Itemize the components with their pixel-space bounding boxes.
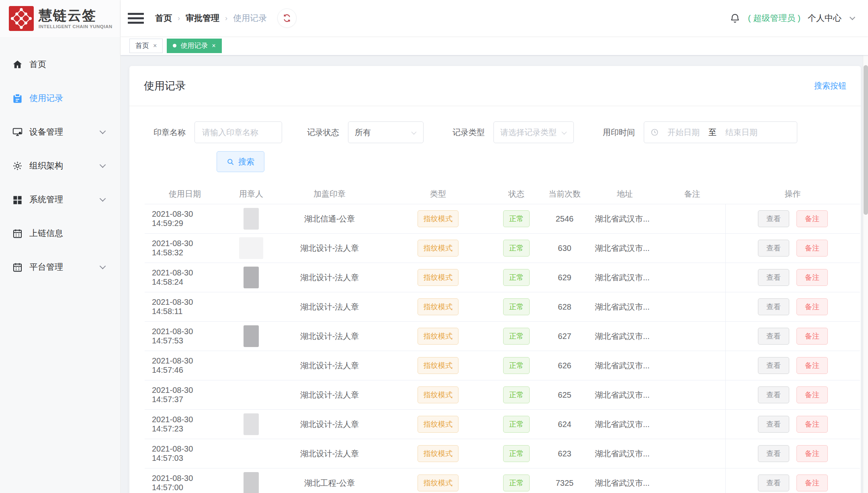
sidebar-item-system-management[interactable]: 系统管理 bbox=[0, 188, 120, 211]
type-badge: 指纹模式 bbox=[418, 210, 459, 227]
cell-seal-user bbox=[225, 264, 277, 291]
sidebar-item-label: 设备管理 bbox=[29, 126, 63, 138]
type-badge: 指纹模式 bbox=[418, 357, 459, 374]
sidebar-item-home[interactable]: 首页 bbox=[0, 53, 120, 76]
seal-time-label: 用印时间 bbox=[603, 127, 635, 138]
sidebar-item-device-management[interactable]: 设备管理 bbox=[0, 121, 120, 143]
remark-button[interactable]: 备注 bbox=[796, 357, 828, 374]
view-button[interactable]: 查看 bbox=[758, 298, 789, 315]
search-toggle-link[interactable]: 搜索按钮 bbox=[814, 80, 846, 91]
view-button[interactable]: 查看 bbox=[758, 240, 789, 257]
view-button[interactable]: 查看 bbox=[758, 269, 789, 286]
cell-actions: 查看 备注 bbox=[725, 351, 860, 380]
breadcrumb-separator-icon: › bbox=[178, 14, 180, 23]
cell-status: 正常 bbox=[494, 325, 538, 347]
home-icon bbox=[12, 59, 23, 70]
brand-text: 慧链云签 INTELLIGENT CHAIN YUNQIAN bbox=[39, 8, 113, 29]
cell-type: 指纹模式 bbox=[382, 296, 494, 318]
start-date-placeholder: 开始日期 bbox=[667, 127, 700, 138]
chevron-down-icon[interactable] bbox=[850, 14, 855, 20]
search-button[interactable]: 搜索 bbox=[217, 151, 264, 172]
breadcrumb-approval[interactable]: 审批管理 bbox=[186, 12, 219, 24]
view-button[interactable]: 查看 bbox=[758, 386, 789, 403]
vertical-scrollbar[interactable] bbox=[863, 0, 868, 493]
table-row: 2021-08-30 14:59:29 湖北信通-公章 指纹模式 正常 bbox=[145, 204, 860, 234]
sidebar-item-organization[interactable]: 组织架构 bbox=[0, 154, 120, 177]
view-button[interactable]: 查看 bbox=[758, 445, 789, 462]
seal-name-input[interactable]: 请输入印章名称 bbox=[194, 121, 282, 143]
remark-button[interactable]: 备注 bbox=[796, 328, 828, 345]
sidebar-item-chain-info[interactable]: 上链信息 bbox=[0, 222, 120, 244]
tab-home[interactable]: 首页 × bbox=[129, 39, 163, 53]
cell-count: 626 bbox=[538, 359, 591, 373]
table-header-row: 使用日期 用章人 加盖印章 类型 状态 当前次数 地址 备注 操作 bbox=[145, 184, 860, 204]
cell-remark bbox=[659, 275, 725, 280]
seal-time-range-picker[interactable]: 开始日期 至 结束日期 bbox=[644, 121, 797, 143]
refresh-button[interactable] bbox=[277, 8, 297, 28]
view-button[interactable]: 查看 bbox=[758, 328, 789, 345]
topbar: 首页 › 审批管理 › 使用记录 ( 超级管理员 ) 个人中心 bbox=[121, 0, 868, 36]
remark-button[interactable]: 备注 bbox=[796, 210, 828, 227]
status-badge: 正常 bbox=[503, 240, 530, 257]
col-actions: 操作 bbox=[725, 184, 860, 204]
sidebar-item-platform-management[interactable]: 平台管理 bbox=[0, 256, 120, 278]
tab-usage-records[interactable]: 使用记录 × bbox=[167, 39, 221, 53]
refresh-icon bbox=[283, 14, 291, 23]
cell-seal: 湖北设计-法人章 bbox=[277, 417, 382, 432]
cell-seal-user bbox=[225, 235, 277, 261]
table-row: 2021-08-30 14:57:53 湖北设计-法人章 指纹模式 正常 bbox=[145, 322, 860, 351]
remark-button[interactable]: 备注 bbox=[796, 386, 828, 403]
cell-seal-user bbox=[225, 411, 277, 438]
brand-logo[interactable]: 慧链云签 INTELLIGENT CHAIN YUNQIAN bbox=[0, 0, 120, 37]
record-status-value: 所有 bbox=[355, 127, 371, 138]
bell-icon[interactable] bbox=[729, 12, 741, 24]
cell-address: 湖北省武汉市... bbox=[591, 358, 659, 374]
status-badge: 正常 bbox=[503, 416, 530, 433]
user-center-link[interactable]: 个人中心 bbox=[808, 12, 841, 24]
breadcrumb-home[interactable]: 首页 bbox=[155, 12, 172, 24]
view-button[interactable]: 查看 bbox=[758, 210, 789, 227]
cell-address: 湖北省武汉市... bbox=[591, 475, 659, 491]
cell-address: 湖北省武汉市... bbox=[591, 417, 659, 432]
cell-address: 湖北省武汉市... bbox=[591, 446, 659, 462]
breadcrumb: 首页 › 审批管理 › 使用记录 bbox=[155, 12, 267, 24]
cell-seal: 湖北设计-法人章 bbox=[277, 299, 382, 315]
chevron-down-icon bbox=[100, 162, 106, 168]
cell-remark bbox=[659, 246, 725, 251]
tags-view-bar: 首页 × 使用记录 × bbox=[121, 36, 868, 55]
cell-seal: 湖北设计-法人章 bbox=[277, 358, 382, 374]
monitor-icon bbox=[12, 127, 23, 138]
view-button[interactable]: 查看 bbox=[758, 475, 789, 491]
cell-address: 湖北省武汉市... bbox=[591, 211, 659, 227]
sidebar-item-usage-records[interactable]: 使用记录 bbox=[0, 87, 120, 109]
view-button[interactable]: 查看 bbox=[758, 416, 789, 433]
remark-button[interactable]: 备注 bbox=[796, 240, 828, 257]
cell-count: 629 bbox=[538, 271, 591, 285]
cell-remark bbox=[659, 304, 725, 309]
scrollbar-thumb[interactable] bbox=[864, 65, 868, 215]
record-status-select[interactable]: 所有 bbox=[348, 121, 424, 143]
type-badge: 指纹模式 bbox=[418, 269, 459, 286]
cell-remark bbox=[659, 481, 725, 485]
close-icon[interactable]: × bbox=[212, 42, 215, 49]
page-title: 使用记录 bbox=[144, 79, 186, 93]
remark-button[interactable]: 备注 bbox=[796, 445, 828, 462]
remark-button[interactable]: 备注 bbox=[796, 416, 828, 433]
chevron-down-icon bbox=[100, 195, 106, 202]
cell-remark bbox=[659, 392, 725, 397]
view-button[interactable]: 查看 bbox=[758, 357, 789, 374]
col-seal-user: 用章人 bbox=[225, 186, 277, 202]
cell-remark bbox=[659, 334, 725, 339]
status-badge: 正常 bbox=[503, 386, 530, 403]
col-count: 当前次数 bbox=[538, 186, 591, 202]
remark-button[interactable]: 备注 bbox=[796, 269, 828, 286]
close-icon[interactable]: × bbox=[153, 42, 157, 49]
cell-actions: 查看 备注 bbox=[725, 322, 860, 351]
cell-actions: 查看 备注 bbox=[725, 439, 860, 468]
remark-button[interactable]: 备注 bbox=[796, 298, 828, 315]
remark-button[interactable]: 备注 bbox=[796, 475, 828, 491]
type-badge: 指纹模式 bbox=[418, 298, 459, 315]
record-type-select[interactable]: 请选择记录类型 bbox=[493, 121, 574, 143]
col-use-date: 使用日期 bbox=[145, 186, 225, 202]
hamburger-menu-icon[interactable] bbox=[128, 10, 144, 26]
